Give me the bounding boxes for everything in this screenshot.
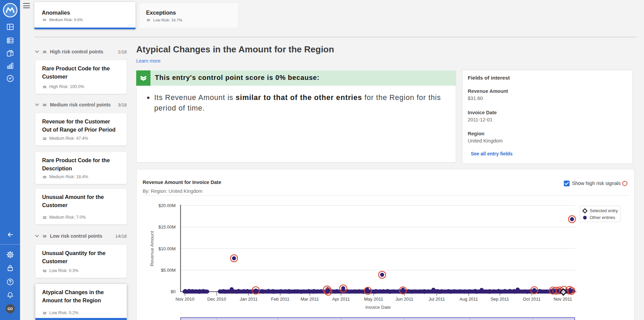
svg-text:Invoice Date: Invoice Date — [365, 305, 391, 310]
svg-text:Jul 2011: Jul 2011 — [429, 297, 445, 302]
svg-text:Revenue Amount: Revenue Amount — [149, 231, 155, 266]
svg-text:$5.00M: $5.00M — [161, 268, 176, 273]
svg-text:Mar 2011: Mar 2011 — [301, 297, 319, 302]
svg-text:Feb 2011: Feb 2011 — [271, 297, 289, 302]
svg-text:Nov 2011: Nov 2011 — [554, 297, 572, 302]
svg-text:GO: GO — [7, 307, 13, 311]
svg-text:Oct 2011: Oct 2011 — [523, 297, 541, 302]
svg-text:Dec 2010: Dec 2010 — [207, 297, 226, 302]
svg-text:Jun 2011: Jun 2011 — [395, 297, 413, 302]
svg-text:Nov 2010: Nov 2010 — [176, 297, 195, 302]
svg-text:$15.00M: $15.00M — [158, 224, 176, 230]
svg-text:Aug 2011: Aug 2011 — [460, 297, 478, 302]
svg-text:Sep 2011: Sep 2011 — [490, 297, 509, 302]
svg-text:$10.00M: $10.00M — [158, 246, 176, 251]
svg-text:May 2011: May 2011 — [364, 297, 383, 302]
svg-text:$0: $0 — [171, 289, 176, 294]
svg-text:Jan 2011: Jan 2011 — [240, 297, 258, 302]
svg-text:$20.00M: $20.00M — [158, 203, 176, 208]
svg-text:Apr 2011: Apr 2011 — [332, 297, 350, 302]
